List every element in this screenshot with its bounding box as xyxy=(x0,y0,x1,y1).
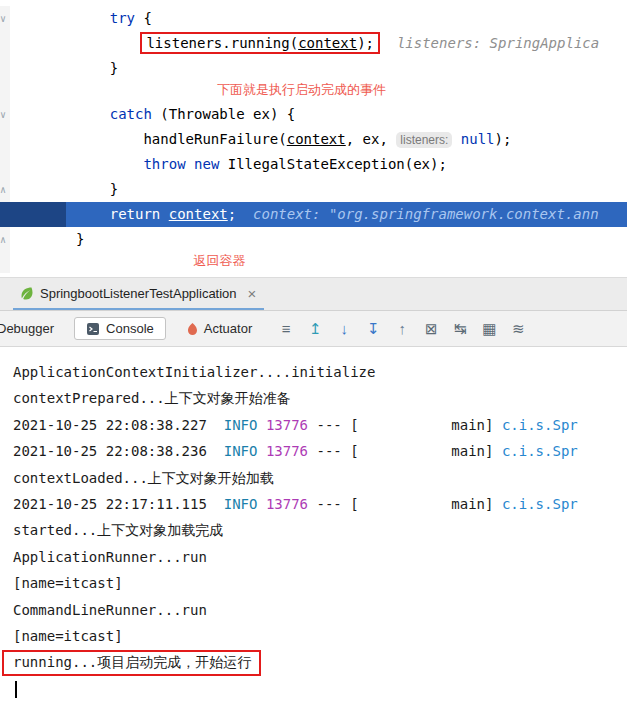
fold-down-icon[interactable]: ∨ xyxy=(0,6,6,31)
console-segment: contextPrepared...上下文对象开始准备 xyxy=(13,390,291,406)
restore-layout-icon[interactable]: ▦ xyxy=(479,320,499,338)
console-segment: started...上下文对象加载完成 xyxy=(13,522,223,538)
console-line xyxy=(13,676,627,701)
code-line[interactable]: } xyxy=(0,56,627,81)
console-segment: INFO xyxy=(224,417,258,433)
code-line[interactable]: handleRunFailure(context, ex, listeners:… xyxy=(0,127,627,152)
console-segment: main] xyxy=(359,417,502,433)
up-the-stack-trace-icon[interactable]: ↥ xyxy=(305,320,325,338)
code-line[interactable]: 返回容器 xyxy=(0,252,627,273)
code-segment: try xyxy=(110,10,135,26)
console-segment: 2021-10-25 22:08:38.227 xyxy=(13,417,224,433)
layout-settings-icon[interactable]: ≡ xyxy=(276,320,296,337)
code-line[interactable]: 下面就是执行启动完成的事件 xyxy=(0,81,627,102)
scroll-to-end-icon[interactable]: ↧ xyxy=(363,320,383,338)
console-segment: 13776 xyxy=(266,417,308,433)
run-tab-title: SpringbootListenerTestApplication xyxy=(40,286,237,301)
console-line: running...项目启动完成，开始运行 xyxy=(13,649,627,675)
code-line[interactable]: return context; context: "org.springfram… xyxy=(0,202,627,227)
code-segment xyxy=(160,206,168,222)
fold-down-icon[interactable]: ∨ xyxy=(0,102,6,127)
jump-to-source-icon[interactable]: ↹ xyxy=(450,320,470,338)
console-line: [name=itcast] xyxy=(13,623,627,649)
code-segment: context xyxy=(287,131,346,147)
code-segment xyxy=(76,206,110,222)
code-segment: } xyxy=(76,231,84,247)
code-line[interactable]: ∧} xyxy=(0,227,627,252)
console-segment: 2021-10-25 22:17:11.115 xyxy=(13,496,224,512)
code-text: return context; context: "org.springfram… xyxy=(66,202,627,227)
soft-wrap-icon[interactable]: ≋ xyxy=(508,320,528,338)
run-tab[interactable]: SpringbootListenerTestApplication × xyxy=(13,278,264,310)
code-segment: context xyxy=(169,206,228,222)
code-segment xyxy=(76,35,143,51)
fold-up-icon[interactable]: ∧ xyxy=(0,227,6,252)
code-editor[interactable]: ∨ try { listeners.running(context); list… xyxy=(0,0,627,277)
console-toolbar-icons: ≡↥↓↧↑⊠↹▦≋ xyxy=(276,320,528,338)
console-segment: ApplicationRunner...run xyxy=(13,549,207,565)
console-line: started...上下文对象加载完成 xyxy=(13,517,627,543)
console-output[interactable]: ApplicationContextInitializer....initial… xyxy=(0,347,627,701)
editor-gutter-cell xyxy=(0,152,66,177)
console-segment: c.i.s.Spr xyxy=(502,496,578,512)
code-line[interactable]: ∧ } xyxy=(0,177,627,202)
editor-gutter-cell xyxy=(0,56,66,81)
console-segment: running...项目启动完成，开始运行 xyxy=(13,654,251,670)
code-segment: new xyxy=(194,156,219,172)
console-line: CommandLineRunner...run xyxy=(13,597,627,623)
console-segment: CommandLineRunner...run xyxy=(13,602,207,618)
code-segment xyxy=(452,131,460,147)
editor-gutter-cell xyxy=(0,202,66,227)
code-text: try { xyxy=(66,6,627,31)
code-line[interactable]: listeners.running(context); listeners: S… xyxy=(0,31,627,56)
editor-gutter-cell xyxy=(0,81,66,102)
tab-actuator[interactable]: Actuator xyxy=(178,317,260,340)
code-text: handleRunFailure(context, ex, listeners:… xyxy=(66,127,627,152)
console-segment: [name=itcast] xyxy=(13,628,123,644)
code-segment: return xyxy=(110,206,161,222)
console-line: contextPrepared...上下文对象开始准备 xyxy=(13,385,627,411)
code-segment: handleRunFailure( xyxy=(76,131,287,147)
code-segment: catch xyxy=(110,106,152,122)
tab-debugger[interactable]: Debugger xyxy=(0,317,62,340)
code-line[interactable]: throw new IllegalStateException(ex); xyxy=(0,152,627,177)
editor-gutter-cell xyxy=(0,127,66,152)
scroll-to-top-icon[interactable]: ↑ xyxy=(392,320,412,337)
console-segment: main] xyxy=(359,443,502,459)
code-segment: ); xyxy=(357,35,374,51)
code-segment: ; xyxy=(228,206,253,222)
actuator-flame-icon xyxy=(186,322,199,336)
console-segment xyxy=(257,496,265,512)
code-line[interactable]: ∨ catch (Throwable ex) { xyxy=(0,102,627,127)
console-line: ApplicationRunner...run xyxy=(13,544,627,570)
console-toolbar: Debugger Console Actuator ≡↥↓↧↑⊠↹▦≋ xyxy=(0,311,627,347)
fold-up-icon[interactable]: ∧ xyxy=(0,177,6,202)
editor-gutter-cell: ∧ xyxy=(0,227,66,252)
clear-all-icon[interactable]: ⊠ xyxy=(421,320,441,338)
console-segment: INFO xyxy=(224,496,258,512)
code-segment: listeners: xyxy=(396,132,452,148)
code-segment: IllegalStateException(ex); xyxy=(219,156,447,172)
code-segment xyxy=(76,82,217,97)
console-segment: c.i.s.Spr xyxy=(502,443,578,459)
tab-console-label: Console xyxy=(106,321,154,336)
tab-console[interactable]: Console xyxy=(74,317,166,340)
editor-gutter-cell: ∨ xyxy=(0,102,66,127)
console-line: [name=itcast] xyxy=(13,570,627,596)
code-line[interactable]: ∨ try { xyxy=(0,6,627,31)
code-text: } xyxy=(66,56,627,81)
down-the-stack-trace-icon[interactable]: ↓ xyxy=(334,320,354,337)
close-tab-icon[interactable]: × xyxy=(248,285,257,302)
console-segment: [name=itcast] xyxy=(13,575,123,591)
code-segment: (Throwable ex) { xyxy=(152,106,295,122)
console-line: contextLoaded...上下文对象开始加载 xyxy=(13,465,627,491)
code-segment: 下面就是执行启动完成的事件 xyxy=(217,82,386,97)
console-segment: 13776 xyxy=(266,443,308,459)
tab-actuator-label: Actuator xyxy=(204,321,252,336)
editor-gutter-cell: ∧ xyxy=(0,177,66,202)
code-text: } xyxy=(66,227,627,252)
editor-gutter-cell xyxy=(0,31,66,56)
code-segment xyxy=(76,156,143,172)
console-segment: c.i.s.Spr xyxy=(502,417,578,433)
spring-boot-icon xyxy=(18,285,34,301)
